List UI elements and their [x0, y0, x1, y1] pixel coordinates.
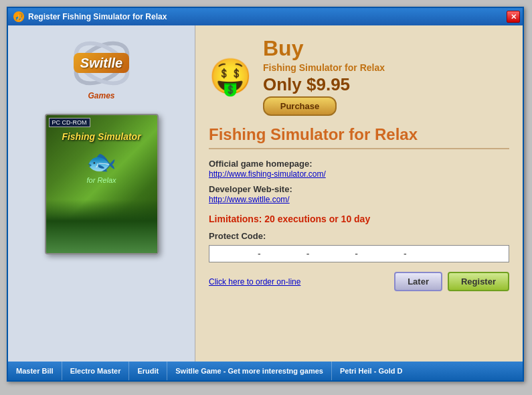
code-segment-3[interactable]: [312, 249, 352, 259]
later-button[interactable]: Later: [394, 272, 442, 291]
developer-label: Developer Web-site:: [209, 184, 509, 194]
buy-info: Buy Fishing Simulator for Relax Only $9.…: [263, 36, 385, 116]
left-panel: Switlle Games PC CD-ROM Fishing Simulato…: [8, 25, 195, 362]
status-item-4[interactable]: Petri Heil - Gold D: [332, 362, 411, 380]
buy-section: 🤑 Buy Fishing Simulator for Relax Only $…: [209, 36, 509, 116]
code-input-row: - - - -: [209, 245, 509, 262]
game-box-scene: [46, 200, 157, 253]
code-segment-4[interactable]: [361, 249, 401, 259]
bottom-actions: Click here to order on-line Later Regist…: [209, 272, 509, 291]
right-panel: 🤑 Buy Fishing Simulator for Relax Only $…: [195, 25, 523, 362]
homepage-row: Official game homepage: http://www.fishi…: [209, 159, 509, 179]
code-dash-1: -: [258, 248, 261, 259]
logo-circle: Switlle: [68, 36, 135, 90]
title-bar-left: 🎣 Register Fishing Simulator for Relax: [13, 11, 167, 22]
status-bar: Master Bill Electro Master Erudit Switll…: [8, 362, 523, 380]
developer-link[interactable]: http://www.switlle.com/: [209, 195, 509, 204]
game-box-image: PC CD-ROM Fishing Simulator 🐟 for Relax: [45, 114, 159, 254]
money-emoji: 🤑: [209, 59, 252, 94]
homepage-link[interactable]: http://www.fishing-simulator.com/: [209, 169, 509, 179]
game-title-large: Fishing Simulator for Relax: [209, 125, 509, 149]
protect-section: Protect Code: - - - -: [209, 231, 509, 262]
status-item-2[interactable]: Erudit: [129, 362, 167, 380]
window-icon: 🎣: [13, 11, 24, 22]
logo-games-label: Games: [88, 91, 114, 100]
homepage-label: Official game homepage:: [209, 159, 509, 169]
status-item-3[interactable]: Switlle Game - Get more interestng games: [167, 362, 332, 380]
code-segment-5[interactable]: [410, 249, 450, 259]
developer-row: Developer Web-site: http://www.switlle.c…: [209, 184, 509, 204]
action-buttons: Later Register: [394, 272, 509, 291]
game-box-fish: 🐟: [86, 148, 116, 176]
logo-area: Switlle Games: [68, 36, 135, 100]
code-dash-2: -: [306, 248, 310, 259]
info-section: Official game homepage: http://www.fishi…: [209, 159, 509, 204]
code-dash-4: -: [404, 248, 407, 259]
code-dash-3: -: [355, 248, 358, 259]
close-button[interactable]: ✕: [507, 11, 520, 23]
status-item-1[interactable]: Electro Master: [62, 362, 130, 380]
window-body: Switlle Games PC CD-ROM Fishing Simulato…: [8, 25, 523, 362]
register-button[interactable]: Register: [448, 272, 509, 291]
buy-product: Fishing Simulator for Relax: [263, 62, 385, 73]
buy-price: Only $9.95: [263, 74, 385, 95]
game-box-title: Fishing Simulator: [59, 129, 143, 145]
code-segment-2[interactable]: [264, 249, 304, 259]
game-box-subtitle: for Relax: [86, 176, 116, 184]
protect-label: Protect Code:: [209, 231, 509, 241]
buy-title: Buy: [263, 36, 385, 61]
title-bar: 🎣 Register Fishing Simulator for Relax ✕: [8, 8, 523, 25]
game-box-platform-label: PC CD-ROM: [49, 118, 90, 127]
order-link[interactable]: Click here to order on-line: [209, 277, 300, 287]
limitations-text: Limitations: 20 executions or 10 day: [209, 214, 509, 224]
app-window: 🎣 Register Fishing Simulator for Relax ✕…: [7, 7, 524, 382]
purchase-button[interactable]: Purchase: [263, 96, 337, 116]
logo-badge: Switlle: [74, 53, 129, 73]
code-segment-1[interactable]: [215, 249, 255, 259]
window-title: Register Fishing Simulator for Relax: [28, 12, 167, 21]
status-item-0[interactable]: Master Bill: [8, 362, 62, 380]
